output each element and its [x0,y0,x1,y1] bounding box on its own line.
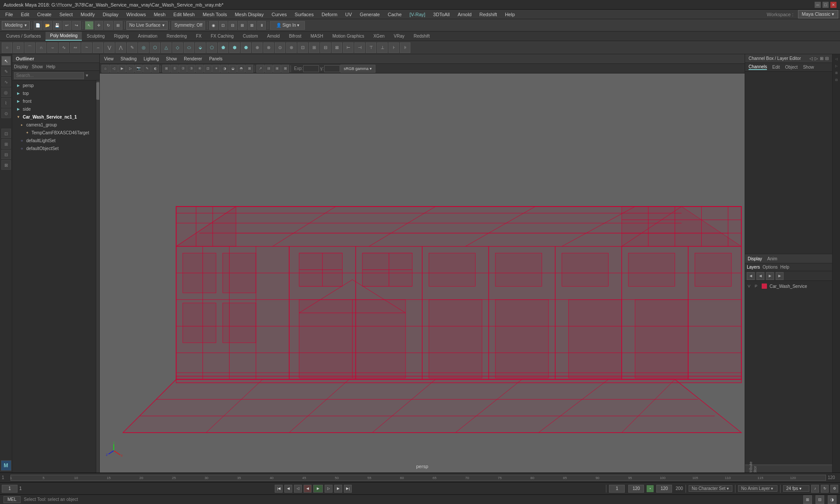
shelf-tab-fx-caching[interactable]: FX Caching [206,32,238,41]
outliner-search-icon[interactable]: ▾ [86,73,88,78]
vp-icon-next[interactable]: ▷ [126,65,134,73]
no-live-surface-dropdown[interactable]: No Live Surface ▾ [126,21,168,30]
sign-in-button[interactable]: 👤 Sign In ▾ [270,21,305,30]
re-icon-4[interactable]: ⊟ [833,77,840,83]
rp-icon-2[interactable]: ▷ [815,56,818,61]
menu-windows[interactable]: Windows [123,11,150,18]
exposure-input[interactable]: 0.00 [303,65,319,72]
layer-icon-2[interactable]: ⊞ [1,139,11,149]
rp-tab-object[interactable]: Object [785,65,798,70]
vp-menu-show[interactable]: Show [163,56,179,62]
layer-p-toggle[interactable]: P [755,284,759,288]
shelf-icon-tool5[interactable]: ⊡ [298,42,308,53]
layer-v-toggle[interactable]: V [748,284,752,288]
shelf-tab-animation[interactable]: Animation [133,32,161,41]
menu-mesh[interactable]: Mesh [150,11,169,18]
fps-dropdown[interactable]: 24 fps ▾ [783,485,809,492]
render-icon-2[interactable]: ⊡ [219,21,228,30]
minimize-button[interactable]: ─ [815,2,821,8]
select-mode-button[interactable]: ↖ [1,56,11,66]
shelf-tab-fx[interactable]: FX [192,32,206,41]
tree-item-front[interactable]: ▶ front [12,97,96,105]
outliner-scrollbar[interactable] [96,80,99,472]
re-icon-2[interactable]: ▷ [833,63,840,69]
layer-icon-1[interactable]: ⊡ [1,129,11,138]
layer-new-button[interactable]: ◀ [747,272,755,280]
scale-tool-button[interactable]: ⊞ [114,21,122,30]
vp-icon-res2[interactable]: ⊞ [273,65,281,73]
shelf-tab-vray[interactable]: VRay [389,32,409,41]
shelf-icon-tool8[interactable]: ⊠ [332,42,342,53]
shelf-icon-poly10[interactable]: ⬣ [241,42,251,53]
symmetry-toggle[interactable]: Symmetry: Off [172,21,206,30]
layer-icon-3[interactable]: ⊟ [1,150,11,159]
open-file-button[interactable]: 📂 [43,21,52,30]
vp-menu-lighting[interactable]: Lighting [141,56,161,62]
viewport-canvas[interactable]: .wire { stroke: #cc0033; stroke-width: 0… [100,74,745,472]
vp-icon-2[interactable]: ② [179,65,187,73]
shelf-tab-rendering[interactable]: Rendering [162,32,191,41]
vp-icon-prev[interactable]: ◁ [110,65,118,73]
menu-file[interactable]: File [2,11,17,18]
outliner-menu-display[interactable]: Display [14,64,28,69]
new-scene-button[interactable]: 📄 [34,21,42,30]
render-icon-5[interactable]: ⊠ [248,21,256,30]
menu-deform[interactable]: Deform [318,11,341,18]
shelf-icon-poly4[interactable]: ◇ [172,42,183,53]
shelf-icon-arc1[interactable]: ⌒ [24,42,35,53]
rp-tab-channels[interactable]: Channels [749,64,767,70]
shelf-icon-circle[interactable]: ○ [2,42,12,53]
shelf-icon-poly8[interactable]: ⬟ [218,42,228,53]
outliner-menu-help[interactable]: Help [46,64,56,69]
menu-surfaces[interactable]: Surfaces [291,11,317,18]
soft-select-button[interactable]: ◎ [1,88,11,97]
re-icon-3[interactable]: ⊞ [833,70,840,76]
shelf-icon-bezier[interactable]: ~ [81,42,92,53]
rotate-tool-button[interactable]: ↻ [104,21,113,30]
frame-anim-end[interactable] [656,485,672,493]
layer-last-button[interactable]: ▶ [776,272,784,280]
window-controls[interactable]: ─ □ ✕ [815,2,836,8]
tree-item-persp[interactable]: ▶ persp [12,81,96,89]
redo-button[interactable]: ↪ [72,21,81,30]
shelf-icon-tool4[interactable]: ⊛ [286,42,297,53]
prev-key-button[interactable]: ◁ [294,485,302,493]
layer-icon-4[interactable]: ⊠ [1,160,11,170]
shelf-icon-tool6[interactable]: ⊞ [309,42,319,53]
render-icon-4[interactable]: ⊞ [238,21,247,30]
frame-range-start[interactable] [609,485,625,493]
close-button[interactable]: ✕ [830,2,836,8]
rp-icon-1[interactable]: ◁ [809,56,813,61]
move-tool-button[interactable]: ✛ [94,21,103,30]
select-tool-button[interactable]: ↖ [85,21,94,30]
go-to-start-button[interactable]: |◀ [275,485,283,493]
maximize-button[interactable]: □ [822,2,829,8]
settings-button[interactable]: ⚙ [830,485,838,493]
vp-menu-renderer[interactable]: Renderer [181,56,205,62]
shelf-icon-square[interactable]: □ [13,42,24,53]
next-key-button[interactable]: ▷ [325,485,332,493]
shelf-icon-tool1[interactable]: ⊕ [252,42,262,53]
attribute-editor-tab[interactable]: Attribute Editor [745,465,832,472]
lasso-tool-button[interactable]: ⌇ [1,98,11,108]
shelf-icon-tool13[interactable]: ⊦ [388,42,399,53]
tree-item-default-light-set[interactable]: ○ defaultLightSet [12,136,96,144]
script-mode-indicator[interactable]: MEL [4,496,21,503]
menu-edit-mesh[interactable]: Edit Mesh [170,11,198,18]
outliner-scroll-thumb[interactable] [96,82,99,100]
undo-button[interactable]: ↩ [63,21,71,30]
sound-button[interactable]: ♪ [811,485,819,493]
loop-button[interactable]: ↻ [821,485,829,493]
menu-uv[interactable]: UV [342,11,355,18]
ld-tab-anim[interactable]: Anim [767,256,777,261]
render-icon-1[interactable]: ◉ [209,21,218,30]
shelf-tab-mash[interactable]: MASH [306,32,328,41]
lst-layers[interactable]: Layers [747,265,760,270]
shelf-icon-tool7[interactable]: ⊟ [320,42,331,53]
character-set-dropdown[interactable]: No Character Set ▾ [689,485,732,492]
menu-arnold[interactable]: Arnold [454,11,475,18]
tree-item-car-wash[interactable]: ▼ Car_Wash_Service_nc1_1 [12,113,96,121]
shelf-icon-arc3[interactable]: ⌣ [47,42,58,53]
shelf-tab-rigging[interactable]: Rigging [109,32,133,41]
mode-dropdown[interactable]: Modeling ▾ [2,21,30,30]
